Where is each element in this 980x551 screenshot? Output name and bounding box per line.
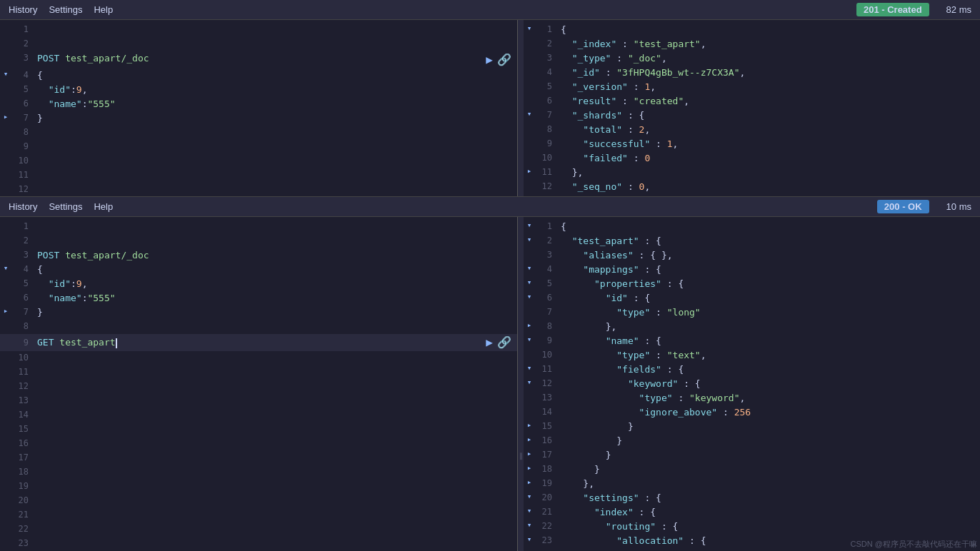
header-help-bottom[interactable]: Help [94,201,113,212]
ms-bottom: 10 ms [946,201,971,212]
b-editor-line-12: 12 [0,380,517,394]
run-button-bottom[interactable]: ▶ [486,334,493,351]
b-editor-line-22: 22 [0,522,517,537]
resp-line-10: 10 "failed" : 0 [524,151,980,166]
b-editor-line-5: 5 "id":9, [0,277,517,291]
b-editor-line-4: ▾4{ [0,263,517,277]
editor-top-code: 1 2 3 POST test_apart/_doc ▶ 🔗 [0,20,517,196]
panel-top-body: 1 2 3 POST test_apart/_doc ▶ 🔗 [0,20,980,196]
response-top-code: ▾1{ 2 "_index" : "test_apart", 3 "_type"… [524,20,980,196]
divider-bottom[interactable]: ∥ [518,217,524,551]
br-10: 10 "type" : "text", [524,348,980,363]
response-bottom: ▾1{ ▾2 "test_apart" : { 3 "aliases" : { … [524,217,980,551]
editor-line-3: 3 POST test_apart/_doc ▶ 🔗 [0,51,517,69]
editor-line-8: 8 [0,126,517,140]
status-badge-top: 201 - Created [856,3,929,16]
br-22: ▾22 "routing" : { [524,520,980,534]
panel-top: History Settings Help 201 - Created 82 m… [0,0,980,197]
b-editor-line-17: 17 [0,451,517,465]
panel-bottom: History Settings Help 200 - OK 10 ms 1 2… [0,197,980,551]
watermark: CSDN @程序员不去敲代码还在干嘛 [851,539,977,550]
b-editor-line-16: 16 [0,437,517,451]
editor-line-10: 10 [0,154,517,168]
editor-bottom[interactable]: 1 2 3POST test_apart/_doc ▾4{ 5 "id":9, … [0,217,518,551]
response-bottom-code: ▾1{ ▾2 "test_apart" : { 3 "aliases" : { … [524,217,980,551]
editor-line-5: 5 "id":9, [0,83,517,97]
b-editor-line-8: 8 [0,320,517,334]
br-14: 14 "ignore_above" : 256 [524,405,980,420]
br-1: ▾1{ [524,220,980,234]
b-editor-line-14: 14 [0,408,517,423]
run-button-top[interactable]: ▶ [486,51,493,69]
br-19: ▸19 }, [524,477,980,491]
br-11: ▾11 "fields" : { [524,363,980,377]
status-badge-bottom: 200 - OK [877,200,929,213]
br-9: ▾9 "name" : { [524,334,980,348]
b-editor-line-10: 10 [0,351,517,365]
help-icon-top[interactable]: 🔗 [497,51,511,69]
resp-line-4: 4 "_id" : "3fHPQ4gBb_wt--z7CX3A", [524,66,980,80]
b-editor-line-21: 21 [0,508,517,522]
br-20: ▾20 "settings" : { [524,491,980,505]
panel-top-header: History Settings Help 201 - Created 82 m… [0,0,980,20]
br-16: ▸16 } [524,434,980,448]
resp-line-13: 13 "_primary_term" : 1 [524,194,980,196]
b-editor-line-15: 15 [0,423,517,437]
help-icon-bottom[interactable]: 🔗 [497,334,511,351]
br-13: 13 "type" : "keyword", [524,391,980,405]
br-4: ▾4 "mappings" : { [524,263,980,277]
header-history-top[interactable]: History [9,4,37,15]
editor-line-7: ▸ 7 } [0,111,517,126]
resp-line-12: 12 "_seq_no" : 0, [524,180,980,194]
text-cursor [116,338,117,348]
editor-line-6: 6 "name":"555" [0,97,517,111]
b-editor-line-19: 19 [0,480,517,494]
b-editor-line-23: 23 [0,537,517,551]
resp-line-3: 3 "_type" : "_doc", [524,51,980,66]
response-top: ▾1{ 2 "_index" : "test_apart", 3 "_type"… [524,20,980,196]
b-editor-line-7: ▸7} [0,305,517,320]
editor-top[interactable]: 1 2 3 POST test_apart/_doc ▶ 🔗 [0,20,518,196]
br-7: 7 "type" : "long" [524,305,980,320]
editor-line-11: 11 [0,168,517,183]
br-5: ▾5 "properties" : { [524,277,980,291]
br-18: ▸18 } [524,462,980,477]
editor-line-2: 2 [0,37,517,51]
header-settings-bottom[interactable]: Settings [49,201,82,212]
editor-line-4: ▾ 4 { [0,69,517,83]
panel-bottom-body: 1 2 3POST test_apart/_doc ▾4{ 5 "id":9, … [0,217,980,551]
editor-bottom-code: 1 2 3POST test_apart/_doc ▾4{ 5 "id":9, … [0,217,517,551]
br-8: ▸8 }, [524,320,980,334]
resp-line-9: 9 "successful" : 1, [524,137,980,151]
b-editor-line-2: 2 [0,234,517,248]
resp-line-5: 5 "_version" : 1, [524,80,980,94]
divider-top[interactable] [518,20,524,196]
resp-line-2: 2 "_index" : "test_apart", [524,37,980,51]
b-editor-line-1: 1 [0,220,517,234]
header-settings-top[interactable]: Settings [49,4,82,15]
header-history-bottom[interactable]: History [9,201,37,212]
br-12: ▾12 "keyword" : { [524,377,980,391]
resp-line-1: ▾1{ [524,23,980,37]
b-editor-line-3: 3POST test_apart/_doc [0,248,517,263]
resp-line-8: 8 "total" : 2, [524,123,980,137]
b-editor-line-18: 18 [0,465,517,480]
editor-line-1: 1 [0,23,517,37]
b-editor-line-20: 20 [0,494,517,508]
br-3: 3 "aliases" : { }, [524,248,980,263]
b-editor-line-6: 6 "name":"555" [0,291,517,305]
editor-line-9: 9 [0,140,517,154]
br-15: ▸15 } [524,420,980,434]
b-editor-line-13: 13 [0,394,517,408]
b-editor-line-9[interactable]: 9 GET test_apart ▶ 🔗 [0,334,517,351]
panel-bottom-header: History Settings Help 200 - OK 10 ms [0,197,980,217]
br-2: ▾2 "test_apart" : { [524,234,980,248]
resp-line-6: 6 "result" : "created", [524,94,980,108]
ms-top: 82 ms [946,4,971,15]
b-editor-line-11: 11 [0,365,517,380]
br-6: ▾6 "id" : { [524,291,980,305]
header-help-top[interactable]: Help [94,4,113,15]
resp-line-7: ▾7 "_shards" : { [524,108,980,123]
editor-line-12: 12 [0,183,517,196]
br-17: ▸17 } [524,448,980,462]
